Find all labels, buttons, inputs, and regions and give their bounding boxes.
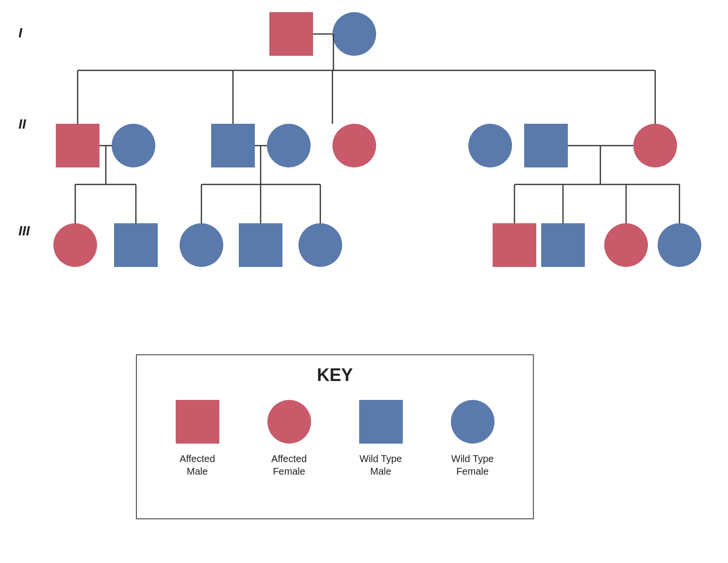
key-wildtype-female-shape [451,400,495,446]
pedigree-diagram [0,0,728,340]
key-wildtype-male-label: Wild TypeMale [360,452,402,478]
gen3-3-female-wildtype [180,223,223,267]
gen3-6-male-affected [493,223,536,267]
gen3-5-female-wildtype [298,223,342,267]
wildtype-female-circle [451,400,495,444]
key-affected-female-shape [267,400,311,446]
gen2-3-male-wildtype [211,124,255,167]
key-affected-female: AffectedFemale [253,400,326,478]
affected-female-circle [267,400,311,444]
wildtype-male-square [359,400,403,444]
affected-male-square [176,400,219,444]
key-affected-male-shape [176,400,219,446]
key-box: KEY AffectedMale AffectedFemale Wild Typ… [136,354,534,519]
gen3-2-male-wildtype [114,223,158,267]
key-wildtype-female-label: Wild TypeFemale [451,452,494,478]
gen2-6-female-wildtype [468,124,512,167]
gen1-female-wildtype [332,12,376,56]
gen2-4-female-wildtype [267,124,311,167]
gen2-2-female-wildtype [112,124,155,167]
key-items: AffectedMale AffectedFemale Wild TypeMal… [137,400,533,478]
gen2-7-male-wildtype [524,124,568,167]
key-affected-male-label: AffectedMale [180,452,215,478]
gen3-7-male-wildtype [541,223,585,267]
key-wildtype-female: Wild TypeFemale [436,400,509,478]
gen3-1-female-affected [53,223,97,267]
gen1-male-affected [269,12,313,56]
gen2-1-male-affected [56,124,99,167]
key-title: KEY [137,365,533,385]
key-affected-female-label: AffectedFemale [271,452,307,478]
key-wildtype-male: Wild TypeMale [345,400,417,478]
gen2-5-female-affected [332,124,376,167]
gen3-9-female-wildtype [658,223,701,267]
gen3-4-male-wildtype [239,223,282,267]
key-affected-male: AffectedMale [161,400,234,478]
key-wildtype-male-shape [359,400,403,446]
gen3-8-female-affected [604,223,648,267]
gen2-8-female-affected [633,124,677,167]
